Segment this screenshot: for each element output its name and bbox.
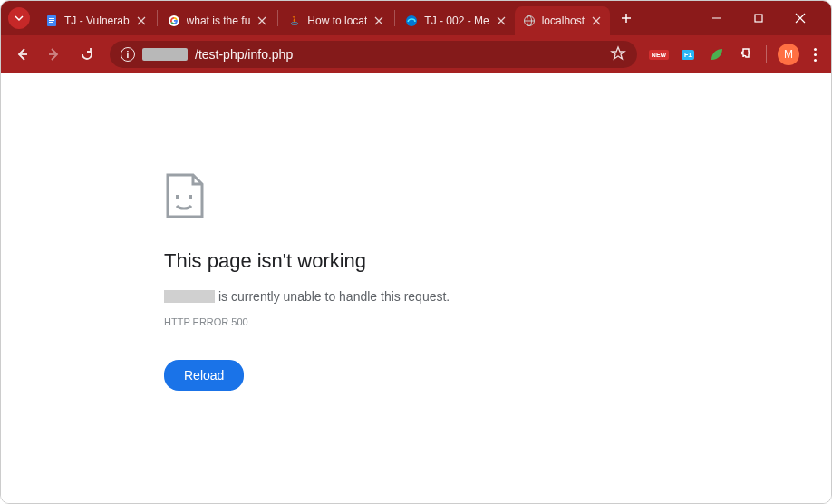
tab-separator bbox=[157, 10, 158, 26]
maximize-icon bbox=[753, 13, 764, 24]
tab-how-to-locat[interactable]: How to locat bbox=[280, 6, 392, 35]
extensions-area: NEW F1 M bbox=[650, 44, 820, 65]
svg-rect-1 bbox=[49, 18, 54, 19]
arrow-left-icon bbox=[14, 46, 30, 63]
globe-icon bbox=[522, 14, 537, 28]
page-content: This page isn't working is currently una… bbox=[1, 73, 831, 503]
reload-button[interactable] bbox=[77, 44, 97, 64]
extension-new-icon[interactable]: NEW bbox=[650, 45, 668, 63]
site-info-icon[interactable]: i bbox=[121, 47, 135, 62]
tab-label: what is the fu bbox=[187, 15, 251, 27]
svg-rect-11 bbox=[755, 15, 762, 22]
tab-tj-vulnerab[interactable]: TJ - Vulnerab bbox=[37, 6, 155, 35]
leaf-icon bbox=[709, 46, 725, 63]
tab-close-button[interactable] bbox=[135, 15, 148, 27]
back-button[interactable] bbox=[12, 44, 32, 64]
tab-tj-002[interactable]: TJ - 002 - Me bbox=[397, 6, 514, 35]
extension-f1-icon[interactable]: F1 bbox=[679, 45, 697, 63]
close-icon bbox=[592, 16, 601, 25]
maximize-button[interactable] bbox=[746, 5, 771, 31]
toolbar: i /test-php/info.php NEW F1 M bbox=[1, 35, 831, 73]
google-docs-icon bbox=[44, 14, 59, 28]
forward-button[interactable] bbox=[44, 44, 64, 64]
google-icon bbox=[167, 14, 181, 28]
new-tab-button[interactable] bbox=[614, 5, 639, 31]
minimize-icon bbox=[711, 13, 722, 24]
tab-close-button[interactable] bbox=[372, 15, 385, 27]
java-icon bbox=[287, 14, 302, 28]
close-icon bbox=[257, 16, 266, 25]
profile-chevron-button[interactable] bbox=[8, 7, 30, 29]
tab-close-button[interactable] bbox=[495, 15, 508, 27]
bookmark-button[interactable] bbox=[610, 45, 626, 64]
profile-avatar[interactable]: M bbox=[778, 44, 799, 65]
reload-icon bbox=[79, 46, 95, 63]
star-icon bbox=[610, 45, 626, 62]
minimize-button[interactable] bbox=[704, 5, 730, 31]
close-icon bbox=[497, 16, 506, 25]
svg-rect-3 bbox=[49, 22, 53, 23]
extension-leaf-icon[interactable] bbox=[708, 45, 726, 63]
error-host-redacted bbox=[164, 290, 215, 303]
separator bbox=[766, 45, 767, 63]
chevron-down-icon bbox=[14, 13, 24, 24]
svg-rect-14 bbox=[176, 195, 179, 199]
close-icon bbox=[795, 13, 806, 24]
window-controls bbox=[704, 5, 824, 31]
plus-icon bbox=[620, 12, 633, 24]
arrow-right-icon bbox=[46, 46, 63, 63]
svg-rect-15 bbox=[189, 195, 192, 199]
tab-label: TJ - 002 - Me bbox=[424, 15, 489, 27]
puzzle-icon bbox=[738, 46, 754, 63]
tab-close-button[interactable] bbox=[256, 15, 268, 27]
tab-label: localhost bbox=[542, 15, 585, 27]
tab-close-button[interactable] bbox=[590, 15, 603, 27]
close-icon bbox=[137, 16, 146, 25]
reload-page-button[interactable]: Reload bbox=[164, 360, 244, 391]
avatar-initial: M bbox=[784, 48, 793, 61]
address-bar[interactable]: i /test-php/info.php bbox=[110, 41, 637, 68]
url-path: /test-php/info.php bbox=[195, 47, 293, 62]
error-code: HTTP ERROR 500 bbox=[164, 316, 831, 327]
browser-menu-button[interactable] bbox=[810, 44, 820, 65]
close-icon bbox=[374, 16, 383, 25]
tab-separator bbox=[277, 10, 278, 26]
error-title: This page isn't working bbox=[164, 249, 831, 273]
tab-label: How to locat bbox=[307, 15, 367, 27]
url-host-redacted bbox=[142, 48, 188, 61]
error-message: is currently unable to handle this reque… bbox=[164, 289, 831, 304]
tab-label: TJ - Vulnerab bbox=[64, 15, 130, 27]
svg-rect-2 bbox=[49, 20, 54, 21]
extensions-menu-button[interactable] bbox=[737, 45, 755, 63]
edge-icon bbox=[404, 14, 419, 28]
sad-document-icon bbox=[164, 173, 831, 224]
tab-localhost[interactable]: localhost bbox=[515, 6, 610, 35]
tab-strip: TJ - Vulnerab what is the fu How to loca… bbox=[1, 1, 831, 35]
tab-separator bbox=[394, 10, 395, 26]
window-close-button[interactable] bbox=[788, 5, 813, 31]
tab-what-is[interactable]: what is the fu bbox=[160, 6, 276, 35]
svg-point-5 bbox=[291, 23, 298, 25]
error-message-text: is currently unable to handle this reque… bbox=[218, 289, 450, 304]
